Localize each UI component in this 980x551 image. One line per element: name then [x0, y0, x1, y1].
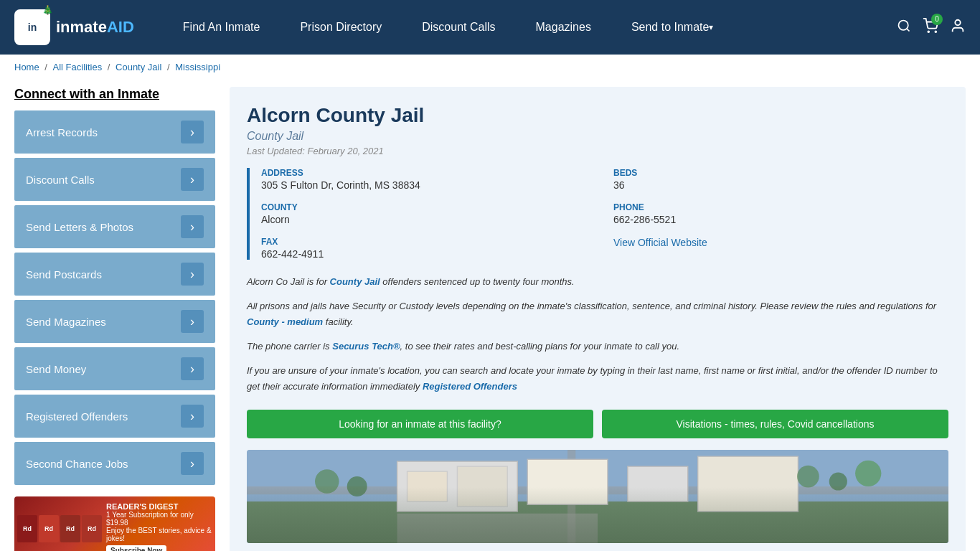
nav-discount-calls[interactable]: Discount Calls: [402, 0, 515, 55]
desc-para-4: If you are unsure of your inmate's locat…: [247, 363, 948, 395]
cart-badge: 0: [931, 14, 943, 25]
breadcrumb-mississippi[interactable]: Mississippi: [175, 62, 220, 72]
nav-magazines[interactable]: Magazines: [516, 0, 611, 55]
info-section: ADDRESS 305 S Fulton Dr, Corinth, MS 388…: [247, 168, 948, 260]
facility-detail-panel: Alcorn County Jail County Jail Last Upda…: [230, 87, 966, 551]
search-button[interactable]: [897, 19, 911, 37]
facility-last-updated: Last Updated: February 20, 2021: [247, 146, 948, 156]
desc-para-3: The phone carrier is Securus Tech®, to s…: [247, 339, 948, 354]
address-label: ADDRESS: [261, 168, 596, 178]
facility-title: Alcorn County Jail: [247, 104, 948, 127]
sidebar-item-send-letters[interactable]: Send Letters & Photos ›: [14, 205, 215, 248]
arrow-icon: ›: [181, 121, 204, 143]
facility-aerial-image: [247, 450, 948, 543]
arrow-icon: ›: [181, 215, 204, 238]
sidebar-item-registered-offenders[interactable]: Registered Offenders ›: [14, 395, 215, 438]
visitations-button[interactable]: Visitations - times, rules, Covid cancel…: [602, 410, 948, 438]
action-buttons: Looking for an inmate at this facility? …: [247, 410, 948, 438]
nav-prison-directory[interactable]: Prison Directory: [280, 0, 402, 55]
securus-link[interactable]: Securus Tech®: [332, 341, 400, 352]
breadcrumb-all-facilities[interactable]: All Facilities: [53, 62, 103, 72]
nav-find-inmate[interactable]: Find An Inmate: [163, 0, 281, 55]
arrow-icon: ›: [181, 310, 204, 333]
facility-description: Alcorn Co Jail is for County Jail offend…: [247, 274, 948, 395]
svg-point-2: [928, 31, 929, 32]
breadcrumb-home[interactable]: Home: [14, 62, 39, 72]
county-jail-link[interactable]: County Jail: [330, 276, 380, 287]
sidebar-advertisement[interactable]: Rd Rd Rd Rd READER'S DIGEST 1 Year Subsc…: [14, 496, 215, 551]
sidebar-item-send-magazines[interactable]: Send Magazines ›: [14, 300, 215, 343]
svg-line-1: [907, 28, 910, 31]
county-value: Alcorn: [261, 214, 596, 225]
sidebar-item-send-postcards[interactable]: Send Postcards ›: [14, 253, 215, 296]
beds-block: BEDS 36: [613, 168, 948, 191]
county-label: COUNTY: [261, 202, 596, 212]
fax-label: FAX: [261, 237, 596, 247]
sidebar-item-send-money[interactable]: Send Money ›: [14, 347, 215, 390]
navbar: in inmateAID Find An Inmate Prison Direc…: [0, 0, 980, 55]
sidebar-title: Connect with an Inmate: [14, 87, 215, 102]
svg-point-3: [935, 31, 936, 32]
nav-links: Find An Inmate Prison Directory Discount…: [163, 0, 897, 55]
county-block: COUNTY Alcorn: [261, 202, 596, 225]
svg-point-18: [797, 465, 819, 487]
logo[interactable]: in inmateAID: [14, 9, 134, 45]
user-button[interactable]: [950, 18, 966, 37]
cart-button[interactable]: 0: [923, 18, 938, 37]
beds-label: BEDS: [613, 168, 948, 178]
beds-value: 36: [613, 179, 948, 191]
svg-point-0: [899, 20, 908, 29]
arrow-icon: ›: [181, 405, 204, 428]
sidebar-item-second-chance-jobs[interactable]: Second Chance Jobs ›: [14, 442, 215, 485]
find-inmate-button[interactable]: Looking for an inmate at this facility?: [247, 410, 593, 438]
arrow-icon: ›: [181, 168, 204, 191]
svg-point-20: [855, 460, 881, 486]
nav-send-to-inmate[interactable]: Send to Inmate: [611, 0, 734, 55]
fax-block: FAX 662-442-4911: [261, 237, 596, 260]
logo-icon: in: [14, 9, 50, 45]
county-medium-link[interactable]: County - medium: [247, 316, 323, 327]
website-block: View Official Website: [613, 237, 948, 260]
svg-point-4: [955, 19, 960, 24]
registered-offenders-link[interactable]: Registered Offenders: [423, 381, 517, 392]
info-grid: ADDRESS 305 S Fulton Dr, Corinth, MS 388…: [261, 168, 948, 260]
sidebar-item-arrest-records[interactable]: Arrest Records ›: [14, 110, 215, 154]
sidebar-item-discount-calls[interactable]: Discount Calls ›: [14, 158, 215, 201]
phone-label: PHONE: [613, 202, 948, 212]
breadcrumb: Home / All Facilities / County Jail / Mi…: [0, 55, 980, 80]
fax-value: 662-442-4911: [261, 248, 596, 260]
breadcrumb-county-jail[interactable]: County Jail: [116, 62, 161, 72]
address-value: 305 S Fulton Dr, Corinth, MS 38834: [261, 179, 596, 191]
nav-icons: 0: [897, 18, 966, 37]
arrow-icon: ›: [181, 263, 204, 286]
website-link[interactable]: View Official Website: [613, 237, 707, 248]
phone-block: PHONE 662-286-5521: [613, 202, 948, 225]
sidebar: Connect with an Inmate Arrest Records › …: [14, 87, 215, 551]
facility-subtitle: County Jail: [247, 130, 948, 143]
address-block: ADDRESS 305 S Fulton Dr, Corinth, MS 388…: [261, 168, 596, 191]
main-content: Connect with an Inmate Arrest Records › …: [0, 80, 980, 551]
logo-text: inmateAID: [56, 18, 134, 37]
desc-para-2: All prisons and jails have Security or C…: [247, 298, 948, 330]
arrow-icon: ›: [181, 357, 204, 380]
desc-para-1: Alcorn Co Jail is for County Jail offend…: [247, 274, 948, 290]
arrow-icon: ›: [181, 452, 204, 475]
phone-value: 662-286-5521: [613, 214, 948, 225]
